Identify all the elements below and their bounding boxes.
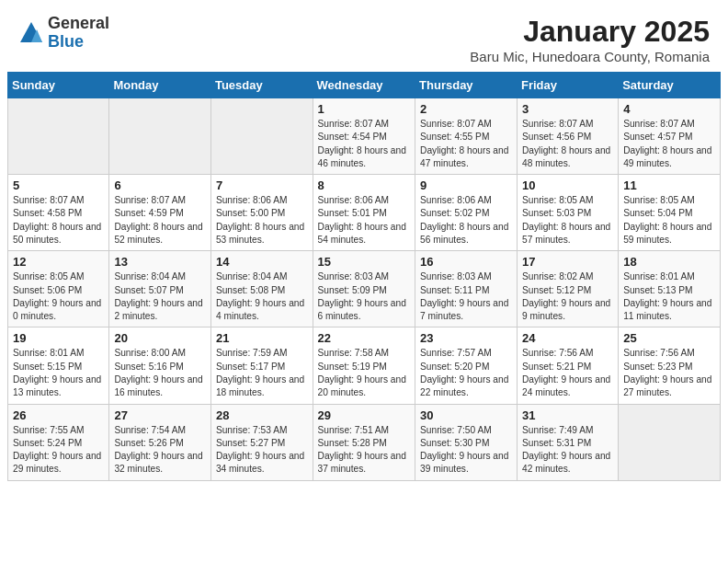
- title-block: January 2025 Baru Mic, Hunedoara County,…: [470, 15, 710, 64]
- day-number: 9: [420, 178, 512, 192]
- day-number: 18: [623, 255, 715, 269]
- day-cell: 4Sunrise: 8:07 AM Sunset: 4:57 PM Daylig…: [619, 98, 721, 175]
- col-friday: Friday: [518, 73, 619, 98]
- day-number: 8: [318, 178, 411, 192]
- day-number: 27: [114, 408, 206, 422]
- day-cell: 25Sunrise: 7:56 AM Sunset: 5:23 PM Dayli…: [619, 327, 721, 404]
- day-cell: [619, 404, 721, 480]
- week-row-4: 19Sunrise: 8:01 AM Sunset: 5:15 PM Dayli…: [8, 327, 721, 404]
- day-number: 6: [114, 178, 206, 192]
- day-number: 17: [522, 255, 613, 269]
- day-number: 7: [216, 178, 308, 192]
- day-number: 20: [114, 331, 206, 345]
- day-cell: 13Sunrise: 8:04 AM Sunset: 5:07 PM Dayli…: [109, 251, 211, 327]
- day-cell: 23Sunrise: 7:57 AM Sunset: 5:20 PM Dayli…: [415, 327, 518, 404]
- col-saturday: Saturday: [619, 73, 721, 98]
- day-cell: 20Sunrise: 8:00 AM Sunset: 5:16 PM Dayli…: [109, 327, 211, 404]
- day-info: Sunrise: 8:04 AM Sunset: 5:07 PM Dayligh…: [114, 270, 206, 323]
- calendar-table: Sunday Monday Tuesday Wednesday Thursday…: [7, 72, 721, 481]
- day-cell: 10Sunrise: 8:05 AM Sunset: 5:03 PM Dayli…: [518, 175, 619, 251]
- header-row: Sunday Monday Tuesday Wednesday Thursday…: [8, 73, 721, 98]
- day-number: 23: [420, 331, 512, 345]
- day-number: 26: [13, 408, 104, 422]
- day-number: 10: [522, 178, 613, 192]
- day-number: 31: [522, 408, 613, 422]
- day-number: 12: [13, 255, 104, 269]
- col-sunday: Sunday: [8, 73, 109, 98]
- day-number: 13: [114, 255, 206, 269]
- day-number: 5: [13, 178, 104, 192]
- day-cell: 3Sunrise: 8:07 AM Sunset: 4:56 PM Daylig…: [518, 98, 619, 175]
- day-cell: 27Sunrise: 7:54 AM Sunset: 5:26 PM Dayli…: [109, 404, 211, 480]
- day-info: Sunrise: 8:06 AM Sunset: 5:01 PM Dayligh…: [318, 194, 411, 247]
- day-info: Sunrise: 8:07 AM Sunset: 4:55 PM Dayligh…: [420, 118, 512, 170]
- day-cell: 18Sunrise: 8:01 AM Sunset: 5:13 PM Dayli…: [619, 251, 721, 327]
- day-info: Sunrise: 7:51 AM Sunset: 5:28 PM Dayligh…: [318, 424, 411, 477]
- day-info: Sunrise: 7:56 AM Sunset: 5:21 PM Dayligh…: [522, 347, 613, 399]
- week-row-3: 12Sunrise: 8:05 AM Sunset: 5:06 PM Dayli…: [8, 251, 721, 327]
- day-info: Sunrise: 8:03 AM Sunset: 5:11 PM Dayligh…: [420, 270, 512, 323]
- day-cell: 9Sunrise: 8:06 AM Sunset: 5:02 PM Daylig…: [415, 175, 518, 251]
- day-cell: 26Sunrise: 7:55 AM Sunset: 5:24 PM Dayli…: [8, 404, 109, 480]
- calendar-body: 1Sunrise: 8:07 AM Sunset: 4:54 PM Daylig…: [8, 98, 721, 481]
- week-row-5: 26Sunrise: 7:55 AM Sunset: 5:24 PM Dayli…: [8, 404, 721, 480]
- day-cell: 6Sunrise: 8:07 AM Sunset: 4:59 PM Daylig…: [109, 175, 211, 251]
- day-info: Sunrise: 7:57 AM Sunset: 5:20 PM Dayligh…: [420, 347, 512, 399]
- day-number: 11: [623, 178, 715, 192]
- day-number: 14: [216, 255, 308, 269]
- day-number: 1: [318, 102, 411, 116]
- day-number: 28: [216, 408, 308, 422]
- location: Baru Mic, Hunedoara County, Romania: [470, 49, 710, 64]
- day-number: 21: [216, 331, 308, 345]
- day-number: 30: [420, 408, 512, 422]
- day-number: 29: [318, 408, 411, 422]
- day-info: Sunrise: 7:53 AM Sunset: 5:27 PM Dayligh…: [216, 424, 308, 477]
- day-number: 2: [420, 102, 512, 116]
- day-info: Sunrise: 8:06 AM Sunset: 5:00 PM Dayligh…: [216, 194, 308, 247]
- day-info: Sunrise: 8:07 AM Sunset: 4:54 PM Dayligh…: [318, 118, 411, 170]
- page-header: General Blue January 2025 Baru Mic, Hune…: [0, 0, 728, 72]
- logo: General Blue: [18, 15, 109, 52]
- month-title: January 2025: [470, 15, 710, 49]
- day-cell: 14Sunrise: 8:04 AM Sunset: 5:08 PM Dayli…: [210, 251, 313, 327]
- day-info: Sunrise: 8:05 AM Sunset: 5:03 PM Dayligh…: [522, 194, 613, 247]
- logo-general-text: General: [48, 15, 109, 33]
- day-cell: 15Sunrise: 8:03 AM Sunset: 5:09 PM Dayli…: [313, 251, 415, 327]
- day-cell: 19Sunrise: 8:01 AM Sunset: 5:15 PM Dayli…: [8, 327, 109, 404]
- day-number: 16: [420, 255, 512, 269]
- day-info: Sunrise: 8:05 AM Sunset: 5:06 PM Dayligh…: [13, 270, 104, 323]
- day-number: 15: [318, 255, 411, 269]
- day-cell: 8Sunrise: 8:06 AM Sunset: 5:01 PM Daylig…: [313, 175, 415, 251]
- day-cell: 30Sunrise: 7:50 AM Sunset: 5:30 PM Dayli…: [415, 404, 518, 480]
- day-cell: [210, 98, 313, 175]
- logo-text: General Blue: [48, 15, 109, 52]
- day-info: Sunrise: 7:56 AM Sunset: 5:23 PM Dayligh…: [623, 347, 715, 399]
- day-number: 22: [318, 331, 411, 345]
- day-cell: 1Sunrise: 8:07 AM Sunset: 4:54 PM Daylig…: [313, 98, 415, 175]
- day-info: Sunrise: 8:07 AM Sunset: 4:58 PM Dayligh…: [13, 194, 104, 247]
- col-thursday: Thursday: [415, 73, 518, 98]
- day-number: 24: [522, 331, 613, 345]
- logo-icon: [18, 20, 44, 46]
- day-info: Sunrise: 7:54 AM Sunset: 5:26 PM Dayligh…: [114, 424, 206, 477]
- day-info: Sunrise: 7:55 AM Sunset: 5:24 PM Dayligh…: [13, 424, 104, 477]
- day-info: Sunrise: 8:01 AM Sunset: 5:13 PM Dayligh…: [623, 270, 715, 323]
- day-cell: [8, 98, 109, 175]
- day-cell: 7Sunrise: 8:06 AM Sunset: 5:00 PM Daylig…: [210, 175, 313, 251]
- day-info: Sunrise: 8:07 AM Sunset: 4:56 PM Dayligh…: [522, 118, 613, 170]
- day-number: 25: [623, 331, 715, 345]
- day-info: Sunrise: 7:49 AM Sunset: 5:31 PM Dayligh…: [522, 424, 613, 477]
- day-cell: 21Sunrise: 7:59 AM Sunset: 5:17 PM Dayli…: [210, 327, 313, 404]
- day-info: Sunrise: 8:03 AM Sunset: 5:09 PM Dayligh…: [318, 270, 411, 323]
- day-cell: 28Sunrise: 7:53 AM Sunset: 5:27 PM Dayli…: [210, 404, 313, 480]
- day-cell: 5Sunrise: 8:07 AM Sunset: 4:58 PM Daylig…: [8, 175, 109, 251]
- day-info: Sunrise: 8:00 AM Sunset: 5:16 PM Dayligh…: [114, 347, 206, 399]
- day-info: Sunrise: 8:04 AM Sunset: 5:08 PM Dayligh…: [216, 270, 308, 323]
- col-tuesday: Tuesday: [210, 73, 313, 98]
- day-info: Sunrise: 8:05 AM Sunset: 5:04 PM Dayligh…: [623, 194, 715, 247]
- week-row-2: 5Sunrise: 8:07 AM Sunset: 4:58 PM Daylig…: [8, 175, 721, 251]
- day-cell: 24Sunrise: 7:56 AM Sunset: 5:21 PM Dayli…: [518, 327, 619, 404]
- day-number: 4: [623, 102, 715, 116]
- day-info: Sunrise: 8:01 AM Sunset: 5:15 PM Dayligh…: [13, 347, 104, 399]
- col-wednesday: Wednesday: [313, 73, 415, 98]
